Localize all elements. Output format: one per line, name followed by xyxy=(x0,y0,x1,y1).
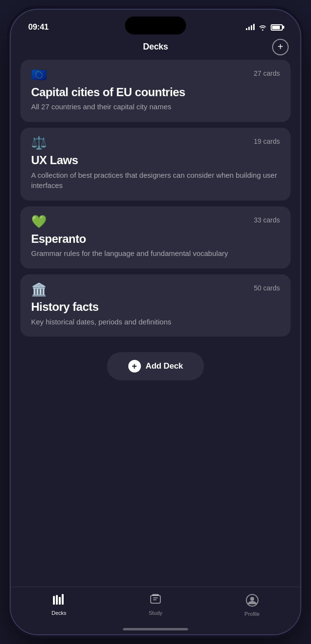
battery-icon xyxy=(271,24,283,31)
phone-frame: 09:41 Decks + xyxy=(10,9,301,635)
deck-desc-eu: All 27 countries and their capital city … xyxy=(31,102,280,112)
svg-rect-7 xyxy=(153,599,156,600)
deck-emoji-esperanto: 💚 xyxy=(31,215,47,228)
page-title: Decks xyxy=(143,42,168,52)
deck-card-history[interactable]: 🏛️ 50 cards History facts Key historical… xyxy=(20,274,291,337)
tab-study[interactable]: Study xyxy=(107,592,204,616)
deck-emoji-ux: ⚖️ xyxy=(31,136,47,149)
deck-title-history: History facts xyxy=(31,301,280,313)
study-tab-icon xyxy=(149,594,162,608)
tab-bar: Decks Study Pro xyxy=(11,587,300,634)
svg-rect-1 xyxy=(56,595,58,605)
deck-desc-history: Key historical dates, periods and defini… xyxy=(31,317,280,327)
tab-study-label: Study xyxy=(149,610,162,616)
status-icons xyxy=(246,24,283,31)
add-deck-button[interactable]: + Add Deck xyxy=(107,352,205,380)
deck-card-ux-laws[interactable]: ⚖️ 19 cards UX Laws A collection of best… xyxy=(20,128,291,201)
deck-card-eu-capitals[interactable]: 🇪🇺 27 cards Capital cities of EU countri… xyxy=(20,60,291,122)
deck-desc-ux: A collection of best practices that desi… xyxy=(31,170,280,191)
deck-count-ux: 19 cards xyxy=(254,136,280,145)
svg-rect-5 xyxy=(152,594,159,596)
svg-rect-0 xyxy=(53,596,55,605)
wifi-icon xyxy=(259,24,267,31)
deck-emoji-history: 🏛️ xyxy=(31,283,47,296)
svg-rect-6 xyxy=(153,597,158,598)
tab-decks[interactable]: Decks xyxy=(11,592,107,616)
profile-tab-icon xyxy=(246,594,259,609)
deck-title-eu: Capital cities of EU countries xyxy=(31,86,280,99)
signal-icon xyxy=(246,24,255,30)
deck-desc-esperanto: Grammar rules for the language and funda… xyxy=(31,248,280,259)
deck-title-esperanto: Esperanto xyxy=(31,233,280,245)
deck-title-ux: UX Laws xyxy=(31,154,280,167)
status-time: 09:41 xyxy=(28,22,49,32)
svg-rect-3 xyxy=(62,594,64,605)
decks-list: 🇪🇺 27 cards Capital cities of EU countri… xyxy=(11,60,300,337)
decks-tab-icon xyxy=(52,594,66,608)
add-deck-area: + Add Deck xyxy=(11,352,300,380)
tab-profile-label: Profile xyxy=(244,611,259,617)
add-deck-header-button[interactable]: + xyxy=(272,39,289,55)
deck-count-esperanto: 33 cards xyxy=(254,215,280,224)
page-header: Decks + xyxy=(11,36,300,60)
add-deck-label: Add Deck xyxy=(146,361,183,371)
svg-rect-2 xyxy=(59,597,61,605)
deck-count-eu: 27 cards xyxy=(254,68,280,77)
deck-emoji-eu: 🇪🇺 xyxy=(31,68,47,81)
deck-card-esperanto[interactable]: 💚 33 cards Esperanto Grammar rules for t… xyxy=(20,206,291,269)
dynamic-island xyxy=(125,17,186,34)
tab-decks-label: Decks xyxy=(52,610,67,616)
add-deck-plus-icon: + xyxy=(128,360,141,373)
deck-count-history: 50 cards xyxy=(254,283,280,292)
svg-point-9 xyxy=(250,597,254,601)
home-indicator xyxy=(123,628,188,630)
tab-profile[interactable]: Profile xyxy=(204,592,300,617)
plus-icon: + xyxy=(277,42,283,51)
